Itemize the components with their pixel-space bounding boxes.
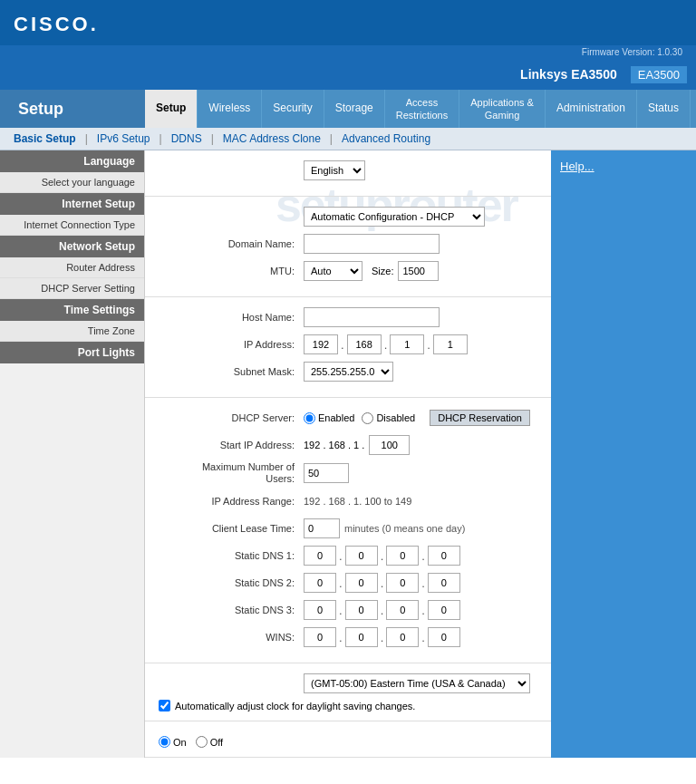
dhcp-disabled-radio[interactable]	[362, 412, 373, 424]
linksys-brand: Linksys EA3500	[520, 67, 617, 82]
max-users-label: Maximum Number ofUsers:	[159, 461, 304, 485]
dhcp-enabled-radio[interactable]	[304, 412, 315, 424]
right-sidebar: Help...	[551, 150, 696, 758]
host-name-input[interactable]	[304, 307, 440, 327]
port-lights-off-radio[interactable]	[196, 736, 208, 748]
main-nav: Setup Setup Wireless Security Storage Ac…	[0, 90, 696, 128]
help-link[interactable]: Help...	[560, 160, 594, 173]
mtu-size-input[interactable]	[398, 261, 439, 281]
dhcp-reservation-button[interactable]: DHCP Reservation	[430, 410, 530, 426]
section-header-internet-setup: Internet Setup	[0, 193, 144, 215]
dns3-octet-2[interactable]	[345, 600, 378, 620]
lease-time-label: Client Lease Time:	[159, 523, 304, 534]
section-header-language: Language	[0, 150, 144, 172]
start-ip-label: Start IP Address:	[159, 440, 304, 450]
subtab-ipv6-setup[interactable]: IPv6 Setup	[92, 132, 155, 145]
ip-octet-2[interactable]	[347, 334, 382, 354]
dhcp-server-label: DHCP Server:	[159, 412, 304, 423]
dns3-octet-1[interactable]	[304, 600, 336, 620]
daylight-saving-label: Automatically adjust clock for daylight …	[175, 701, 415, 711]
wins-octet-3[interactable]	[386, 627, 419, 647]
subtab-advanced-routing[interactable]: Advanced Routing	[337, 132, 435, 145]
start-ip-prefix: 192 . 168 . 1 .	[304, 440, 364, 450]
tab-wireless[interactable]: Wireless	[198, 90, 262, 128]
dns2-octet-4[interactable]	[428, 573, 460, 593]
left-sidebar: Language Select your language Internet S…	[0, 150, 145, 758]
section-header-network-setup: Network Setup	[0, 236, 144, 257]
sidebar-title: Setup	[0, 90, 145, 128]
lease-time-input[interactable]	[304, 518, 340, 538]
wins-label: WINS:	[159, 632, 304, 643]
dns2-octet-3[interactable]	[386, 573, 419, 593]
ip-address-label: IP Address:	[159, 339, 304, 350]
section-label-dhcp-server: DHCP Server Setting	[0, 278, 144, 299]
ip-octet-4[interactable]	[433, 334, 468, 354]
wins-octet-1[interactable]	[304, 627, 336, 647]
start-ip-last-input[interactable]	[369, 435, 410, 455]
tab-security[interactable]: Security	[262, 90, 324, 128]
cisco-header: CISCO.	[0, 0, 696, 45]
dhcp-section: DHCP Server: Enabled Disabled DHCP Reser…	[145, 398, 551, 663]
subnet-mask-select[interactable]: 255.255.255.0 255.255.0.0 255.0.0.0	[304, 362, 393, 382]
firmware-bar: Firmware Version: 1.0.30	[0, 45, 696, 59]
model-badge: EA3500	[631, 66, 687, 83]
internet-setup-section: Automatic Configuration - DHCP Static IP…	[145, 197, 551, 297]
subtab-mac-address-clone[interactable]: MAC Address Clone	[218, 132, 325, 145]
dns2-label: Static DNS 2:	[159, 577, 304, 588]
language-select[interactable]: English Spanish French German	[304, 160, 365, 180]
ip-octet-3[interactable]	[390, 334, 424, 354]
subtab-ddns[interactable]: DDNS	[167, 132, 207, 145]
tab-setup[interactable]: Setup	[145, 90, 198, 128]
domain-name-label: Domain Name:	[159, 238, 304, 249]
port-lights-on-label: On	[173, 737, 187, 748]
time-settings-section: (GMT-05:00) Eastern Time (USA & Canada) …	[145, 663, 551, 721]
daylight-saving-checkbox[interactable]	[159, 700, 170, 711]
language-section: English Spanish French German	[145, 150, 551, 197]
wins-octet-4[interactable]	[428, 627, 460, 647]
port-lights-section: On Off	[145, 721, 551, 758]
dns3-octet-3[interactable]	[386, 600, 419, 620]
mtu-select[interactable]: Auto Manual	[304, 261, 362, 281]
max-users-input[interactable]	[304, 463, 349, 483]
network-setup-section: Host Name: IP Address: . . . Subnet Mask…	[145, 297, 551, 398]
host-name-label: Host Name:	[159, 312, 304, 323]
port-lights-off-label: Off	[210, 737, 223, 748]
subtab-basic-setup[interactable]: Basic Setup	[9, 132, 81, 145]
tab-administration[interactable]: Administration	[546, 90, 637, 128]
lease-note: minutes (0 means one day)	[344, 523, 465, 534]
cisco-logo: CISCO.	[14, 10, 99, 36]
port-lights-on-radio[interactable]	[159, 736, 170, 748]
dns3-octet-4[interactable]	[428, 600, 460, 620]
timezone-select[interactable]: (GMT-05:00) Eastern Time (USA & Canada) …	[304, 673, 530, 693]
dns1-octet-4[interactable]	[428, 546, 460, 566]
section-label-time-zone: Time Zone	[0, 321, 144, 342]
tab-status[interactable]: Status	[637, 90, 691, 128]
connection-type-select[interactable]: Automatic Configuration - DHCP Static IP…	[304, 207, 485, 227]
dns1-octet-2[interactable]	[345, 546, 378, 566]
dns2-octet-1[interactable]	[304, 573, 336, 593]
sub-nav: Basic Setup | IPv6 Setup | DDNS | MAC Ad…	[0, 128, 696, 150]
subnet-mask-label: Subnet Mask:	[159, 366, 304, 377]
tab-storage[interactable]: Storage	[324, 90, 385, 128]
tab-access-restrictions[interactable]: AccessRestrictions	[385, 90, 459, 128]
section-label-connection-type: Internet Connection Type	[0, 215, 144, 236]
size-label: Size:	[372, 266, 393, 276]
main-content: setuprouter English Spanish French Germa…	[145, 150, 551, 758]
section-header-port-lights: Port Lights	[0, 342, 144, 363]
dns1-octet-3[interactable]	[386, 546, 419, 566]
section-label-router-address: Router Address	[0, 257, 144, 278]
dns3-label: Static DNS 3:	[159, 605, 304, 615]
ip-octet-1[interactable]	[304, 334, 338, 354]
wins-octet-2[interactable]	[345, 627, 378, 647]
tab-applications-gaming[interactable]: Applications &Gaming	[459, 90, 546, 128]
domain-name-input[interactable]	[304, 234, 440, 254]
ip-range-value: 192 . 168 . 1. 100 to 149	[304, 496, 411, 507]
dns2-octet-2[interactable]	[345, 573, 378, 593]
dns1-label: Static DNS 1:	[159, 550, 304, 561]
section-label-select-language: Select your language	[0, 172, 144, 193]
ip-range-label: IP Address Range:	[159, 496, 304, 507]
section-header-time-settings: Time Settings	[0, 299, 144, 321]
mtu-label: MTU:	[159, 266, 304, 276]
linksys-bar: Linksys EA3500 EA3500	[0, 59, 696, 90]
dns1-octet-1[interactable]	[304, 546, 336, 566]
